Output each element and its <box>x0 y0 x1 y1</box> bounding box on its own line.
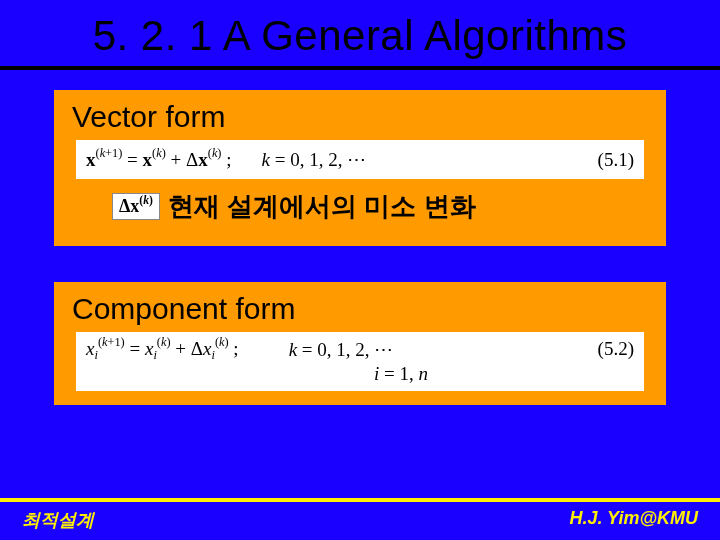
vector-form-equation: x(k+1) = x(k) + Δx(k) ; k = 0, 1, 2, ⋯ (… <box>76 140 644 179</box>
eq-k-range: k = 0, 1, 2, ⋯ <box>262 148 367 171</box>
vector-form-note: Δx(k) 현재 설계에서의 미소 변화 <box>112 189 646 224</box>
eq2-lhs: xi(k+1) = xi(k) + Δxi(k) ; <box>86 338 239 360</box>
slide-title: 5. 2. 1 A General Algorithms <box>0 8 720 66</box>
vector-form-panel: Vector form x(k+1) = x(k) + Δx(k) ; k = … <box>54 90 666 246</box>
vector-form-heading: Vector form <box>72 100 652 134</box>
eq2-i-range: i = 1, n <box>374 363 428 385</box>
eq-lhs: x(k+1) = x(k) + Δx(k) ; <box>86 149 232 171</box>
slide: 5. 2. 1 A General Algorithms Vector form… <box>0 0 720 540</box>
title-area: 5. 2. 1 A General Algorithms <box>0 0 720 70</box>
footer: 최적설계 H.J. Yim@KMU <box>0 508 720 532</box>
footer-left: 최적설계 <box>22 508 94 532</box>
footer-right: H.J. Yim@KMU <box>569 508 698 532</box>
component-form-heading: Component form <box>72 292 652 326</box>
delta-x-symbol: Δx(k) <box>112 193 160 220</box>
component-form-equation: xi(k+1) = xi(k) + Δxi(k) ; k = 0, 1, 2, … <box>76 332 644 391</box>
eq2-number: (5.2) <box>598 338 634 360</box>
eq-number: (5.1) <box>598 149 634 171</box>
content: Vector form x(k+1) = x(k) + Δx(k) ; k = … <box>0 70 720 405</box>
note-text: 현재 설계에서의 미소 변화 <box>168 189 476 224</box>
footer-divider <box>0 498 720 502</box>
eq2-k-range: k = 0, 1, 2, ⋯ <box>289 338 394 361</box>
component-form-panel: Component form xi(k+1) = xi(k) + Δxi(k) … <box>54 282 666 405</box>
